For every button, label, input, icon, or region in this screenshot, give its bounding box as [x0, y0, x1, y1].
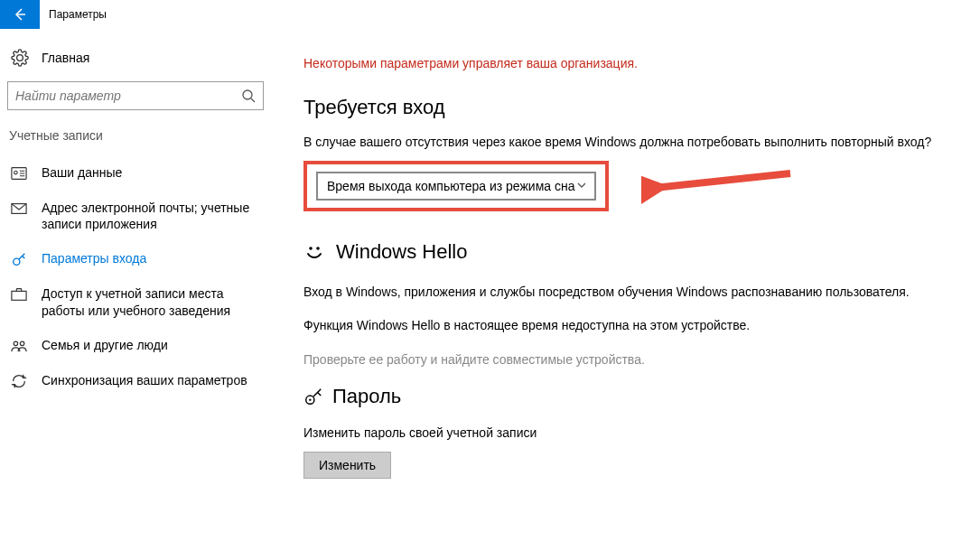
svg-point-0	[243, 90, 252, 99]
key-icon	[11, 251, 27, 267]
home-link[interactable]: Главная	[7, 43, 271, 76]
svg-point-12	[309, 399, 311, 401]
chevron-down-icon	[576, 179, 587, 193]
svg-rect-5	[12, 292, 26, 301]
mail-icon	[11, 201, 27, 217]
smiley-icon	[303, 241, 325, 263]
require-signin-desc: В случае вашего отсутствия через какое в…	[303, 134, 971, 152]
sidebar-item-family[interactable]: Семья и другие люди	[7, 328, 271, 363]
svg-line-8	[655, 173, 790, 188]
change-password-button[interactable]: Изменить	[303, 452, 391, 479]
content-pane: Некоторыми параметрами управляет ваша ор…	[271, 29, 980, 560]
search-input-wrapper[interactable]	[7, 81, 264, 110]
hello-compat-link[interactable]: Проверьте ее работу и найдите совместимы…	[303, 351, 971, 369]
svg-point-10	[316, 247, 320, 250]
back-button[interactable]	[0, 0, 40, 29]
sidebar-item-label: Семья и другие люди	[42, 337, 168, 353]
dropdown-selected-value: Время выхода компьютера из режима сна	[327, 179, 574, 193]
sidebar-item-signin-options[interactable]: Параметры входа	[7, 241, 271, 276]
sync-icon	[11, 373, 27, 389]
briefcase-icon	[11, 286, 27, 303]
windows-hello-title: Windows Hello	[336, 240, 468, 264]
search-input[interactable]	[15, 89, 241, 103]
svg-point-2	[14, 171, 18, 174]
org-managed-notice: Некоторыми параметрами управляет ваша ор…	[303, 56, 971, 70]
hello-desc-1: Вход в Windows, приложения и службы поср…	[303, 284, 971, 302]
sidebar: Главная Учетные записи Ваши данные Адрес…	[0, 29, 271, 560]
sidebar-item-work-access[interactable]: Доступ к учетной записи места работы или…	[7, 276, 271, 327]
arrow-left-icon	[13, 7, 27, 22]
search-icon	[241, 89, 256, 103]
people-icon	[11, 338, 27, 354]
svg-point-7	[20, 341, 24, 346]
windows-hello-header: Windows Hello	[303, 240, 971, 264]
window-title: Параметры	[40, 8, 107, 21]
titlebar: Параметры	[0, 0, 980, 29]
require-signin-title: Требуется вход	[303, 96, 971, 119]
password-header: Пароль	[303, 385, 971, 408]
gear-icon	[11, 49, 29, 67]
key-icon	[303, 387, 323, 406]
sidebar-item-sync[interactable]: Синхронизация ваших параметров	[7, 363, 271, 398]
hello-desc-2: Функция Windows Hello в настоящее время …	[303, 317, 971, 335]
require-signin-dropdown[interactable]: Время выхода компьютера из режима сна	[316, 172, 596, 201]
dropdown-highlight-box: Время выхода компьютера из режима сна	[303, 161, 609, 211]
password-title: Пароль	[332, 385, 401, 408]
svg-point-6	[14, 341, 18, 346]
sidebar-item-label: Параметры входа	[42, 250, 146, 266]
category-label: Учетные записи	[7, 123, 271, 155]
sidebar-item-your-info[interactable]: Ваши данные	[7, 155, 271, 191]
annotation-arrow-icon	[641, 163, 804, 208]
sidebar-item-label: Адрес электронной почты; учетные записи …	[42, 200, 264, 232]
sidebar-item-email[interactable]: Адрес электронной почты; учетные записи …	[7, 191, 271, 241]
sidebar-item-label: Синхронизация ваших параметров	[42, 372, 247, 388]
sidebar-item-label: Доступ к учетной записи места работы или…	[42, 285, 264, 318]
password-desc: Изменить пароль своей учетной записи	[303, 425, 971, 443]
svg-point-4	[14, 258, 20, 265]
svg-point-9	[309, 247, 313, 250]
home-label: Главная	[42, 51, 89, 65]
sidebar-item-label: Ваши данные	[42, 164, 122, 181]
id-card-icon	[11, 165, 27, 182]
